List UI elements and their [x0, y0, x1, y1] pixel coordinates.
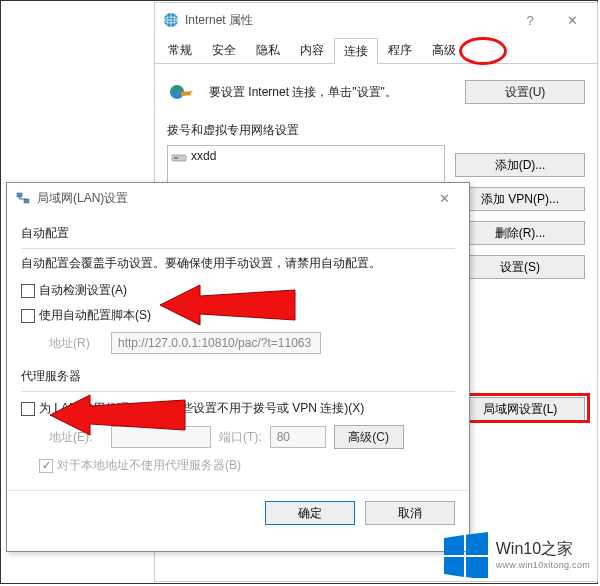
use-script-row[interactable]: 使用自动配置脚本(S) [21, 307, 455, 324]
watermark-brand: Win10之家 [496, 539, 590, 560]
tab-programs[interactable]: 程序 [378, 37, 422, 63]
proxy-address-row: 地址(E): 端口(T): 80 高级(C) [49, 425, 455, 449]
setup-button[interactable]: 设置(U) [465, 80, 585, 104]
child-window-title: 局域网(LAN)设置 [37, 190, 423, 207]
ok-button[interactable]: 确定 [265, 501, 355, 525]
watermark: Win10之家 www.win10xitong.com [442, 530, 590, 578]
help-button[interactable]: ? [509, 6, 551, 34]
group-proxy-label: 代理服务器 [21, 368, 455, 385]
auto-detect-label: 自动检测设置(A) [39, 282, 127, 299]
setup-description: 要设置 Internet 连接，单击"设置"。 [209, 84, 465, 101]
tab-bar: 常规 安全 隐私 内容 连接 程序 高级 [155, 37, 597, 64]
watermark-url: www.win10xitong.com [496, 560, 590, 570]
child-body: 自动配置 自动配置会覆盖手动设置。要确保使用手动设置，请禁用自动配置。 自动检测… [7, 213, 469, 490]
watermark-text: Win10之家 www.win10xitong.com [496, 539, 590, 570]
svg-rect-6 [24, 199, 29, 203]
lan-settings-dialog: 局域网(LAN)设置 ✕ 自动配置 自动配置会覆盖手动设置。要确保使用手动设置，… [6, 182, 470, 552]
proxy-port-input[interactable]: 80 [270, 426, 326, 448]
connection-buttons: 添加(D)... 添加 VPN(P)... 删除(R)... 设置(S) [455, 153, 585, 279]
lan-settings-button[interactable]: 局域网设置(L) [455, 397, 585, 421]
proxy-address-input[interactable] [111, 426, 211, 448]
auto-config-help: 自动配置会覆盖手动设置。要确保使用手动设置，请禁用自动配置。 [21, 255, 455, 272]
divider [21, 248, 455, 249]
globe-icon [163, 12, 179, 28]
address-label: 地址(R) [49, 335, 103, 352]
list-item-label: xxdd [191, 149, 216, 163]
svg-rect-4 [174, 157, 178, 159]
checkbox-use-script[interactable] [21, 309, 35, 323]
tab-advanced[interactable]: 高级 [422, 37, 466, 63]
dial-section-label: 拨号和虚拟专用网络设置 [167, 122, 585, 139]
script-address-row: 地址(R) http://127.0.0.1:10810/pac/?t=1106… [49, 332, 455, 354]
list-item[interactable]: xxdd [171, 149, 441, 163]
child-titlebar: 局域网(LAN)设置 ✕ [7, 183, 469, 213]
use-proxy-row[interactable]: 为 LAN 使用代理服务器(这些设置不用于拨号或 VPN 连接)(X) [21, 400, 455, 417]
add-button[interactable]: 添加(D)... [455, 153, 585, 177]
proxy-port-label: 端口(T): [219, 429, 262, 446]
tab-privacy[interactable]: 隐私 [246, 37, 290, 63]
network-icon [15, 190, 31, 206]
script-url-input[interactable]: http://127.0.0.1:10810/pac/?t=11063 [111, 332, 321, 354]
bypass-local-label: 对于本地地址不使用代理服务器(B) [57, 457, 241, 474]
use-script-label: 使用自动配置脚本(S) [39, 307, 151, 324]
checkbox-auto-detect[interactable] [21, 284, 35, 298]
connection-wizard-icon [167, 81, 197, 103]
child-close-button[interactable]: ✕ [423, 184, 465, 212]
remove-button[interactable]: 删除(R)... [455, 221, 585, 245]
window-controls: ? ✕ [509, 6, 593, 34]
use-proxy-label: 为 LAN 使用代理服务器(这些设置不用于拨号或 VPN 连接)(X) [39, 400, 364, 417]
add-vpn-button[interactable]: 添加 VPN(P)... [455, 187, 585, 211]
group-auto-label: 自动配置 [21, 225, 455, 242]
checkbox-bypass-local [39, 459, 53, 473]
modem-icon [171, 149, 187, 163]
tab-security[interactable]: 安全 [202, 37, 246, 63]
tab-content[interactable]: 内容 [290, 37, 334, 63]
auto-detect-row[interactable]: 自动检测设置(A) [21, 282, 455, 299]
tab-general[interactable]: 常规 [158, 37, 202, 63]
titlebar: Internet 属性 ? ✕ [155, 3, 597, 37]
setup-row: 要设置 Internet 连接，单击"设置"。 设置(U) [167, 80, 585, 104]
settings-button[interactable]: 设置(S) [455, 255, 585, 279]
close-button[interactable]: ✕ [551, 6, 593, 34]
cancel-button[interactable]: 取消 [365, 501, 455, 525]
windows-logo-icon [442, 530, 490, 578]
checkbox-use-proxy[interactable] [21, 402, 35, 416]
svg-rect-5 [17, 193, 22, 197]
proxy-advanced-button[interactable]: 高级(C) [334, 425, 404, 449]
tab-connections[interactable]: 连接 [334, 38, 378, 64]
divider [21, 391, 455, 392]
bypass-local-row: 对于本地地址不使用代理服务器(B) [39, 457, 455, 474]
dialog-buttons: 确定 取消 [7, 490, 469, 535]
proxy-addr-label: 地址(E): [49, 429, 103, 446]
window-title: Internet 属性 [185, 12, 509, 29]
